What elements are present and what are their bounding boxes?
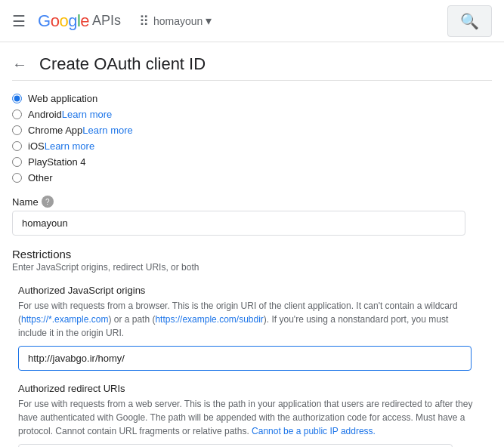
js-origins-title: Authorized JavaScript origins [18,285,492,296]
radio-ps4-label: PlayStation 4 [28,156,86,168]
radio-chrome-input[interactable] [12,125,22,135]
page-content: ← Create OAuth client ID Web application… [0,42,504,447]
page-title: Create OAuth client ID [39,54,206,74]
redirect-uri-1-input[interactable] [18,444,453,447]
radio-other[interactable]: Other [12,172,492,183]
js-origins-section: Authorized JavaScript origins For use wi… [12,285,492,371]
redirect-uris-section: Authorized redirect URIs For use with re… [12,383,492,447]
radio-other-input[interactable] [12,173,22,183]
menu-icon[interactable]: ☰ [12,12,26,30]
name-label: Name ? [12,196,492,208]
redirect-uris-description: For use with requests from a web server.… [18,397,479,438]
radio-web-label: Web application [28,93,97,104]
account-switcher[interactable]: ⠿ homayoun ▾ [139,13,212,29]
radio-web-application[interactable]: Web application [12,93,492,104]
restrictions-subtitle: Enter JavaScript origins, redirect URIs,… [12,262,492,273]
radio-playstation4[interactable]: PlayStation 4 [12,156,492,168]
ios-learn-more-link[interactable]: Learn more [45,140,94,152]
search-button[interactable]: 🔍 [447,5,492,37]
js-origins-input-row [18,346,472,371]
name-label-text: Name [12,196,39,208]
redirect-uri-1-row: × [18,444,472,447]
restrictions-section: Restrictions Enter JavaScript origins, r… [12,248,492,447]
redirect-uris-title: Authorized redirect URIs [18,383,492,394]
js-origins-input[interactable] [18,346,472,371]
o-letter-2: o [59,11,68,30]
android-learn-more-link[interactable]: Learn more [62,109,112,120]
js-origins-description: For use with requests from a browser. Th… [18,299,479,340]
radio-android[interactable]: Android Learn more [12,109,492,120]
radio-ios-label: iOS [28,140,45,152]
account-icon: ⠿ [139,13,149,29]
account-name: homayoun [153,15,203,27]
wildcard-example-link[interactable]: https://*.example.com [21,314,108,325]
back-button[interactable]: ← [12,56,27,73]
radio-ios[interactable]: iOS Learn more [12,140,492,152]
g-letter-2: g [68,11,77,30]
o-letter-1: o [51,11,60,30]
path-example-link[interactable]: https://example.com/subdir [155,314,263,325]
radio-chrome-app[interactable]: Chrome App Learn more [12,125,492,136]
application-type-group: Web application Android Learn more Chrom… [12,93,492,183]
back-bar: ← Create OAuth client ID [12,42,492,81]
name-field-section: Name ? [12,196,492,236]
google-apis-logo: Google APIs [38,11,121,31]
radio-other-label: Other [28,172,53,183]
restrictions-title: Restrictions [12,248,492,260]
header: ☰ Google APIs ⠿ homayoun ▾ 🔍 [0,0,504,42]
search-icon: 🔍 [460,12,479,30]
name-input[interactable] [12,211,465,236]
radio-chrome-label: Chrome App [28,125,82,136]
g-letter: G [38,11,51,30]
radio-android-input[interactable] [12,109,22,119]
radio-web-input[interactable] [12,94,22,103]
radio-ios-input[interactable] [12,141,22,151]
radio-android-label: Android [28,109,62,120]
apis-label: APIs [92,13,121,29]
radio-ps4-input[interactable] [12,157,22,167]
public-ip-link[interactable]: Cannot be a public IP address. [252,426,376,436]
chrome-learn-more-link[interactable]: Learn more [82,125,132,136]
chevron-down-icon: ▾ [206,14,212,28]
e-letter: e [80,11,89,30]
google-wordmark: Google [38,11,89,31]
name-help-icon[interactable]: ? [42,196,54,208]
